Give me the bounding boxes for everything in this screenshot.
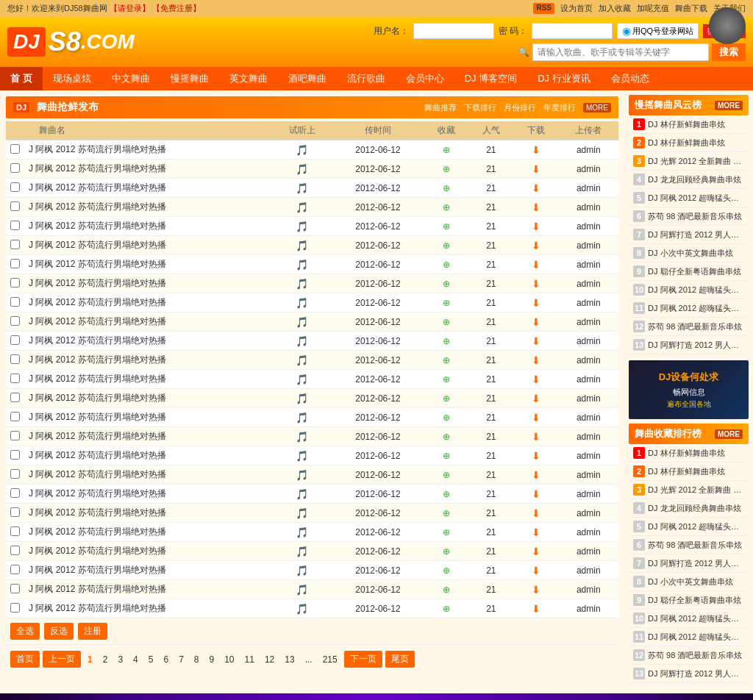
rank-list-item[interactable]: 7 DJ 阿辉打造 2012 男人伤感串炫: [629, 226, 749, 244]
collect-icon[interactable]: ⊕: [443, 604, 450, 614]
rank-list-item[interactable]: 12 苏苟 98 酒吧最新音乐串炫: [629, 646, 749, 665]
download-icon[interactable]: ⬇: [532, 163, 540, 175]
select-all-button[interactable]: 全选: [10, 623, 40, 640]
download-icon[interactable]: ⬇: [532, 221, 540, 232]
song-name-link[interactable]: J 阿枫 2012 苏苟流行男塌绝对热播: [29, 335, 166, 346]
play-icon[interactable]: 🎵: [296, 450, 308, 462]
nav-chinese[interactable]: 中文舞曲: [101, 67, 160, 90]
collect-icon[interactable]: ⊕: [443, 489, 450, 499]
next-page-button[interactable]: 下一页: [344, 651, 382, 668]
collect-icon[interactable]: ⊕: [443, 470, 450, 480]
download-icon[interactable]: ⬇: [532, 431, 540, 443]
song-name-link[interactable]: J 阿枫 2012 苏苟流行男塌绝对热播: [29, 374, 166, 384]
play-icon[interactable]: 🎵: [296, 393, 308, 404]
collect-icon[interactable]: ⊕: [443, 336, 450, 346]
download-icon[interactable]: ⬇: [532, 546, 540, 557]
collect-icon[interactable]: ⊕: [443, 145, 450, 155]
song-name-link[interactable]: J 阿枫 2012 苏苟流行男塌绝对热播: [29, 488, 166, 499]
song-name-link[interactable]: J 阿枫 2012 苏苟流行男塌绝对热播: [29, 259, 166, 269]
download-icon[interactable]: ⬇: [532, 469, 540, 481]
row-checkbox[interactable]: [10, 584, 20, 593]
play-icon[interactable]: 🎵: [296, 335, 308, 347]
add-favorite-link[interactable]: 加入收藏: [599, 3, 631, 14]
song-name-link[interactable]: J 阿枫 2012 苏苟流行男塌绝对热播: [29, 507, 166, 518]
play-icon[interactable]: 🎵: [296, 507, 308, 519]
song-name-link[interactable]: J 阿枫 2012 苏苟流行男塌绝对热播: [29, 201, 166, 212]
collect-icon[interactable]: ⊕: [443, 546, 450, 557]
rank-list-item[interactable]: 6 苏苟 98 酒吧最新音乐串炫: [629, 536, 749, 554]
register-link[interactable]: 【免费注册】: [152, 4, 201, 12]
rank-list-item[interactable]: 3 DJ 光辉 2012 全新舞曲 CLUB 串炫: [629, 152, 749, 171]
song-name-link[interactable]: J 阿枫 2012 苏苟流行男塌绝对热播: [29, 240, 166, 250]
song-name-link[interactable]: J 阿枫 2012 苏苟流行男塌绝对热播: [29, 546, 166, 556]
collect-icon[interactable]: ⊕: [443, 413, 450, 423]
collect-icon[interactable]: ⊕: [443, 260, 450, 270]
row-checkbox[interactable]: [10, 144, 20, 154]
tab-recommended[interactable]: 舞曲推荐: [424, 102, 457, 113]
row-checkbox[interactable]: [10, 240, 20, 249]
page-5[interactable]: 5: [145, 653, 157, 666]
search-input[interactable]: [532, 43, 709, 61]
collect-icon[interactable]: ⊕: [443, 585, 450, 595]
collect-icon[interactable]: ⊕: [443, 317, 450, 327]
sidebar-chart1-more[interactable]: MORE: [715, 101, 743, 110]
rank-list-item[interactable]: 13 DJ 阿辉打造 2012 男人伤感串炫: [629, 336, 749, 354]
nav-bar-dance[interactable]: 酒吧舞曲: [278, 67, 337, 90]
download-icon[interactable]: ⬇: [532, 297, 540, 309]
play-icon[interactable]: 🎵: [296, 469, 308, 481]
play-icon[interactable]: 🎵: [296, 201, 308, 213]
play-icon[interactable]: 🎵: [296, 603, 308, 615]
nav-slow[interactable]: 慢摇舞曲: [160, 67, 219, 90]
rank-list-item[interactable]: 4 DJ 龙龙回顾经典舞曲串炫: [629, 499, 749, 518]
rank-list-item[interactable]: 1 DJ 林仔新鲜舞曲串炫: [629, 444, 749, 463]
rank-list-item[interactable]: 7 DJ 阿辉打造 2012 男人伤感串炫: [629, 554, 749, 573]
row-checkbox[interactable]: [10, 354, 20, 364]
row-checkbox[interactable]: [10, 374, 20, 383]
rank-list-item[interactable]: 9 DJ 聪仔全新粤语舞曲串炫: [629, 591, 749, 610]
username-input[interactable]: [413, 23, 494, 39]
rank-list-item[interactable]: 1 DJ 林仔新鲜舞曲串炫: [629, 115, 749, 134]
rank-list-item[interactable]: 2 DJ 林仔新鲜舞曲串炫: [629, 463, 749, 481]
page-13[interactable]: 13: [281, 653, 298, 666]
collect-icon[interactable]: ⊕: [443, 202, 450, 213]
rank-list-item[interactable]: 4 DJ 龙龙回顾经典舞曲串炫: [629, 171, 749, 189]
download-icon[interactable]: ⬇: [532, 412, 540, 424]
rank-list-item[interactable]: 13 DJ 阿辉打造 2012 男人伤感串炫: [629, 665, 749, 683]
song-name-link[interactable]: J 阿枫 2012 苏苟流行男塌绝对热播: [29, 526, 166, 537]
song-name-link[interactable]: J 阿枫 2012 苏苟流行男塌绝对热播: [29, 565, 166, 575]
tab-yearly-rank[interactable]: 年度排行: [543, 102, 576, 113]
search-button[interactable]: 搜索: [712, 43, 746, 61]
collect-icon[interactable]: ⊕: [443, 183, 450, 193]
rss-button[interactable]: RSS: [533, 3, 554, 14]
page-215[interactable]: 215: [319, 653, 341, 666]
play-icon[interactable]: 🎵: [296, 144, 308, 156]
set-homepage-link[interactable]: 设为首页: [560, 3, 593, 14]
download-icon[interactable]: ⬇: [532, 316, 540, 328]
collect-icon[interactable]: ⊕: [443, 374, 450, 385]
page-1[interactable]: 1: [84, 653, 96, 666]
play-icon[interactable]: 🎵: [296, 297, 308, 309]
page-7[interactable]: 7: [175, 653, 188, 666]
play-icon[interactable]: 🎵: [296, 163, 308, 175]
song-name-link[interactable]: J 阿枫 2012 苏苟流行男塌绝对热播: [29, 469, 166, 479]
row-checkbox[interactable]: [10, 201, 20, 211]
rank-list-item[interactable]: 10 DJ 阿枫 2012 超嗨猛头舞曲串炫: [629, 281, 749, 299]
download-link[interactable]: 舞曲下载: [675, 3, 707, 14]
row-checkbox[interactable]: [10, 469, 20, 479]
nav-popular[interactable]: 流行歌曲: [337, 67, 396, 90]
collect-icon[interactable]: ⊕: [443, 451, 450, 461]
tab-download-rank[interactable]: 下载排行: [464, 102, 496, 113]
page-4[interactable]: 4: [129, 653, 142, 666]
collect-icon[interactable]: ⊕: [443, 527, 450, 538]
collect-icon[interactable]: ⊕: [443, 508, 450, 518]
nav-dj-blog[interactable]: DJ 博客空间: [454, 67, 528, 90]
row-checkbox[interactable]: [10, 335, 20, 345]
download-icon[interactable]: ⬇: [532, 278, 540, 290]
qq-login-button[interactable]: ◉ 用QQ号登录网站: [617, 23, 699, 39]
download-icon[interactable]: ⬇: [532, 488, 540, 500]
invert-selection-button[interactable]: 反选: [44, 623, 74, 640]
play-icon[interactable]: 🎵: [296, 431, 308, 443]
download-icon[interactable]: ⬇: [532, 374, 540, 385]
row-checkbox[interactable]: [10, 182, 20, 192]
row-checkbox[interactable]: [10, 297, 20, 307]
